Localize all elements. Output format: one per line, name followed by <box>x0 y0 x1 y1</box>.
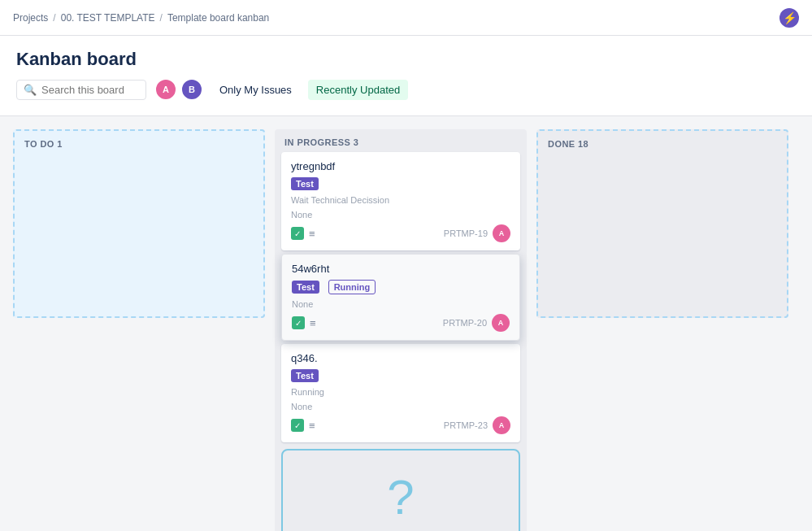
top-bar-right: ⚡ <box>779 8 799 28</box>
card-none-prtmp-19: None <box>291 210 510 220</box>
card-avatar-prtmp-23: A <box>493 416 510 434</box>
card-label-prtmp-19: Wait Technical Decission <box>291 195 510 205</box>
card-avatar-prtmp-19: A <box>493 224 510 242</box>
card-footer-right-prtmp-19: PRTMP-19 A <box>444 224 510 242</box>
card-footer-right-prtmp-23: PRTMP-23 A <box>444 416 510 434</box>
card-none-prtmp-23: None <box>291 402 510 411</box>
card-id-prtmp-23: PRTMP-23 <box>444 420 488 430</box>
column-inprogress-body: ytregnbdf Test Wait Technical Decission … <box>275 152 527 531</box>
card-footer-left-prtmp-23: ✓ ≡ <box>291 419 315 432</box>
breadcrumb-template[interactable]: 00. TEST TEMPLATE <box>61 12 155 24</box>
check-icon-prtmp-19: ✓ <box>291 227 304 240</box>
card-id-prtmp-19: PRTMP-19 <box>444 229 488 238</box>
card-footer-prtmp-20: ✓ ≡ PRTMP-20 A <box>292 314 510 332</box>
column-done-header: DONE 18 <box>538 131 787 154</box>
board-toolbar: 🔍 A B Only My Issues Recently Updated <box>16 78 796 109</box>
avatar-2[interactable]: B <box>180 78 203 101</box>
only-my-issues-button[interactable]: Only My Issues <box>211 80 300 100</box>
breadcrumb-sep-2: / <box>160 12 163 24</box>
avatar-group: A B <box>154 78 203 101</box>
search-icon: 🔍 <box>24 84 37 96</box>
avatar-1[interactable]: A <box>154 78 177 101</box>
page-header: Kanban board 🔍 A B Only My Issues Recent… <box>0 36 812 116</box>
column-inprogress: IN PROGRESS 3 ytregnbdf Test Wait Techni… <box>275 129 527 531</box>
card-id-prtmp-20: PRTMP-20 <box>443 318 487 328</box>
card-footer-right-prtmp-20: PRTMP-20 A <box>443 314 510 332</box>
breadcrumb-projects[interactable]: Projects <box>13 12 48 24</box>
column-done: DONE 18 <box>536 129 788 318</box>
eq-icon-prtmp-19: ≡ <box>309 228 315 240</box>
card-prtmp-19[interactable]: ytregnbdf Test Wait Technical Decission … <box>281 152 520 250</box>
eq-icon-prtmp-23: ≡ <box>309 420 315 432</box>
breadcrumb: Projects / 00. TEST TEMPLATE / Template … <box>13 12 269 24</box>
card-title-prtmp-19: ytregnbdf <box>291 160 510 172</box>
board-container: TO DO 1 IN PROGRESS 3 ytregnbdf Test Wai… <box>0 116 812 531</box>
notification-icon[interactable]: ⚡ <box>779 8 799 28</box>
tag-test-prtmp-20: Test <box>292 281 319 294</box>
top-bar: Projects / 00. TEST TEMPLATE / Template … <box>0 0 812 36</box>
search-input[interactable] <box>41 84 139 96</box>
card-none-prtmp-20: None <box>292 299 510 309</box>
search-box[interactable]: 🔍 <box>16 80 146 100</box>
card-prtmp-23[interactable]: q346. Test Running None ✓ ≡ PRTMP-23 A <box>281 344 520 442</box>
card-footer-prtmp-23: ✓ ≡ PRTMP-23 A <box>291 416 510 434</box>
breadcrumb-board[interactable]: Template board kanban <box>167 12 269 24</box>
breadcrumb-sep-1: / <box>53 12 55 24</box>
check-icon-prtmp-23: ✓ <box>291 419 304 432</box>
card-prtmp-20[interactable]: 54w6rht Test Running None ✓ ≡ PRTMP-20 A <box>281 254 520 341</box>
card-footer-prtmp-19: ✓ ≡ PRTMP-19 A <box>291 224 510 242</box>
column-todo-header: TO DO 1 <box>15 131 263 154</box>
card-title-prtmp-23: q346. <box>291 352 510 364</box>
tag-test-prtmp-19: Test <box>291 177 319 190</box>
column-todo-body <box>15 154 263 316</box>
question-mark-icon: ? <box>387 473 414 522</box>
check-icon-prtmp-20: ✓ <box>292 316 305 329</box>
card-title-prtmp-20: 54w6rht <box>292 263 510 275</box>
card-footer-left-prtmp-19: ✓ ≡ <box>291 227 315 240</box>
eq-icon-prtmp-20: ≡ <box>310 317 316 329</box>
column-done-body <box>538 154 787 316</box>
tag-running-prtmp-20: Running <box>328 280 376 294</box>
column-inprogress-header: IN PROGRESS 3 <box>275 129 527 152</box>
card-label-prtmp-23: Running <box>291 387 510 397</box>
column-todo: TO DO 1 <box>13 129 265 318</box>
tag-test-prtmp-23: Test <box>291 369 319 382</box>
card-question[interactable]: ? <box>281 449 520 531</box>
card-avatar-prtmp-20: A <box>492 314 510 332</box>
page-title: Kanban board <box>16 49 796 70</box>
card-footer-left-prtmp-20: ✓ ≡ <box>292 316 316 329</box>
recently-updated-button[interactable]: Recently Updated <box>308 80 408 100</box>
